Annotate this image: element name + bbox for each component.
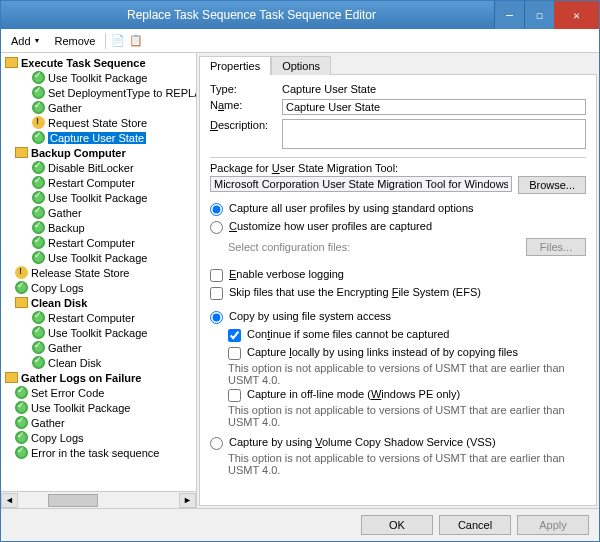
window-title: Replace Task Sequence Task Sequence Edit…	[9, 8, 494, 22]
radio-vss[interactable]	[210, 437, 223, 450]
note-vss: This option is not applicable to version…	[210, 452, 586, 476]
tree-item[interactable]: Use Toolkit Package	[3, 250, 194, 265]
radio-file-system[interactable]	[210, 311, 223, 324]
folder-icon	[15, 146, 28, 159]
tree-item[interactable]: Error in the task sequence	[3, 445, 194, 460]
tree-item-label: Execute Task Sequence	[21, 57, 146, 69]
tree-root[interactable]: Execute Task Sequence	[3, 55, 194, 70]
tree-item[interactable]: Gather	[3, 205, 194, 220]
tree-item[interactable]: Release State Store	[3, 265, 194, 280]
tree-item-label: Use Toolkit Package	[48, 72, 147, 84]
tree-item[interactable]: Backup Computer	[3, 145, 194, 160]
minimize-button[interactable]: ─	[494, 1, 524, 29]
tree-item[interactable]: Restart Computer	[3, 235, 194, 250]
tree-item[interactable]: Restart Computer	[3, 175, 194, 190]
tree-item-label: Set Error Code	[31, 387, 104, 399]
task-tree[interactable]: Execute Task SequenceUse Toolkit Package…	[1, 53, 196, 491]
ok-button[interactable]: OK	[361, 515, 433, 535]
tree-item[interactable]: Clean Disk	[3, 355, 194, 370]
tree-pane: Execute Task SequenceUse Toolkit Package…	[1, 53, 197, 508]
cancel-button[interactable]: Cancel	[439, 515, 511, 535]
description-input[interactable]	[282, 119, 586, 149]
check-icon	[15, 281, 28, 294]
remove-button[interactable]: Remove	[49, 33, 102, 49]
tree-item[interactable]: Disable BitLocker	[3, 160, 194, 175]
tree-item-label: Clean Disk	[48, 357, 101, 369]
tree-item-label: Gather Logs on Failure	[21, 372, 141, 384]
apply-button: Apply	[517, 515, 589, 535]
scroll-left-icon[interactable]: ◄	[1, 493, 18, 508]
tree-item-label: Gather	[48, 342, 82, 354]
tree-item[interactable]: Capture User State	[3, 130, 194, 145]
tabs: Properties Options	[199, 55, 597, 74]
tree-item[interactable]: Clean Disk	[3, 295, 194, 310]
tree-item[interactable]: Request State Store	[3, 115, 194, 130]
tree-item-label: Error in the task sequence	[31, 447, 159, 459]
check-icon	[32, 206, 45, 219]
scroll-thumb[interactable]	[48, 494, 98, 507]
add-menu[interactable]: Add▼	[5, 33, 47, 49]
check-icon	[32, 311, 45, 324]
tree-item-label: Copy Logs	[31, 282, 84, 294]
tree-item[interactable]: Copy Logs	[3, 430, 194, 445]
tree-item[interactable]: Copy Logs	[3, 280, 194, 295]
check-icon	[32, 161, 45, 174]
horizontal-scrollbar[interactable]: ◄ ►	[1, 491, 196, 508]
tree-root[interactable]: Gather Logs on Failure	[3, 370, 194, 385]
radio-file-system-label: Copy by using file system access	[229, 310, 391, 322]
tree-item[interactable]: Gather	[3, 415, 194, 430]
tab-options[interactable]: Options	[271, 56, 331, 75]
check-continue[interactable]	[228, 329, 241, 342]
check-icon	[32, 341, 45, 354]
check-icon	[32, 356, 45, 369]
scroll-right-icon[interactable]: ►	[179, 493, 196, 508]
window: Replace Task Sequence Task Sequence Edit…	[0, 0, 600, 542]
package-label: Package for User State Migration Tool:	[210, 162, 586, 174]
tree-item-label: Capture User State	[48, 132, 146, 144]
warn-icon	[32, 116, 45, 129]
files-button: Files...	[526, 238, 586, 256]
radio-standard[interactable]	[210, 203, 223, 216]
name-label: Name:	[210, 99, 276, 111]
maximize-button[interactable]: ☐	[524, 1, 554, 29]
tab-properties[interactable]: Properties	[199, 56, 271, 75]
check-icon	[32, 131, 45, 144]
close-button[interactable]: ✕	[554, 1, 599, 29]
titlebar[interactable]: Replace Task Sequence Task Sequence Edit…	[1, 1, 599, 29]
check-icon	[32, 251, 45, 264]
tree-item[interactable]: Backup	[3, 220, 194, 235]
description-label: Description:	[210, 119, 276, 131]
check-icon	[32, 191, 45, 204]
package-input[interactable]	[210, 176, 512, 192]
tree-item[interactable]: Use Toolkit Package	[3, 325, 194, 340]
tree-item[interactable]: Use Toolkit Package	[3, 190, 194, 205]
folder-icon	[5, 371, 18, 384]
check-offline-label: Capture in off-line mode (Windows PE onl…	[247, 388, 460, 400]
tree-item[interactable]: Gather	[3, 340, 194, 355]
tree-item[interactable]: Set Error Code	[3, 385, 194, 400]
tree-item[interactable]: Use Toolkit Package	[3, 400, 194, 415]
tree-item[interactable]: Use Toolkit Package	[3, 70, 194, 85]
new-icon[interactable]: 📄	[110, 33, 126, 49]
radio-customize[interactable]	[210, 221, 223, 234]
body: Execute Task SequenceUse Toolkit Package…	[1, 53, 599, 508]
right-pane: Properties Options Type: Capture User St…	[197, 53, 599, 508]
check-icon	[32, 176, 45, 189]
check-offline[interactable]	[228, 389, 241, 402]
tree-item-label: Copy Logs	[31, 432, 84, 444]
scroll-track[interactable]	[18, 493, 179, 508]
tree-item-label: Clean Disk	[31, 297, 87, 309]
tree-item[interactable]: Gather	[3, 100, 194, 115]
check-local-links[interactable]	[228, 347, 241, 360]
check-continue-label: Continue if some files cannot be capture…	[247, 328, 449, 340]
properties-icon[interactable]: 📋	[128, 33, 144, 49]
tree-item[interactable]: Set DeploymentType to REPLACE	[3, 85, 194, 100]
tree-item-label: Use Toolkit Package	[48, 327, 147, 339]
browse-button[interactable]: Browse...	[518, 176, 586, 194]
tree-item-label: Gather	[48, 207, 82, 219]
tree-item-label: Restart Computer	[48, 237, 135, 249]
check-verbose[interactable]	[210, 269, 223, 282]
name-input[interactable]	[282, 99, 586, 115]
check-skip-efs[interactable]	[210, 287, 223, 300]
tree-item[interactable]: Restart Computer	[3, 310, 194, 325]
